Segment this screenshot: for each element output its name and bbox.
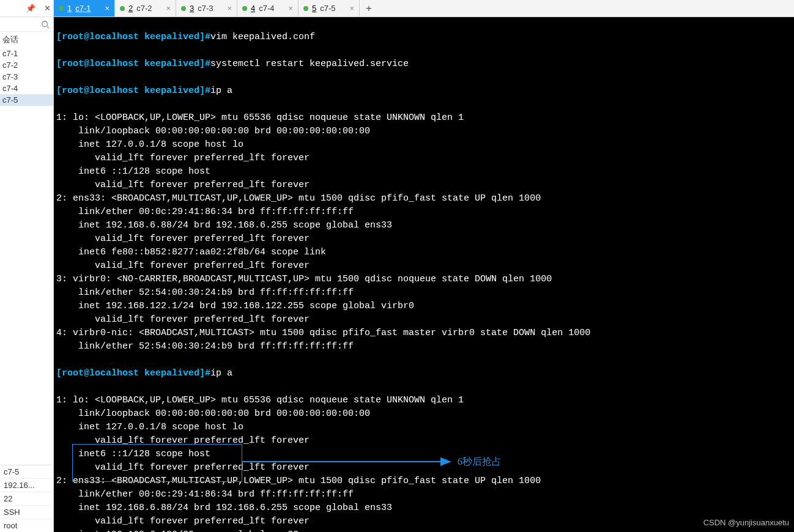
svg-point-0 — [42, 21, 48, 26]
sidebar-item-c7-2[interactable]: c7-2 — [0, 59, 53, 71]
tab-c7-5[interactable]: 5 c7-5 × — [299, 0, 360, 17]
watermark: CSDN @yunjisuanxuetu — [703, 516, 789, 530]
sidebar-controls: 📌 ✕ — [0, 0, 53, 17]
status-dot-icon — [303, 6, 308, 11]
tab-number: 2 — [128, 4, 133, 13]
search-icon — [41, 20, 50, 29]
cmd-restart: systemctl restart keepalived.service — [210, 59, 409, 69]
sidebar: 📌 ✕ 会话 c7-1 c7-2 c7-3 c7-4 c7-5 c7-5 192… — [0, 0, 54, 532]
info-port: 22 — [0, 492, 53, 505]
status-dot-icon — [181, 6, 186, 11]
annotation-text: 6秒后抢占 — [458, 455, 502, 468]
info-user: root — [0, 519, 53, 532]
tab-bar: 1 c7-1 × 2 c7-2 × 3 c7-3 × 4 c7-4 × — [54, 0, 794, 17]
sessions-header: 会话 — [0, 32, 53, 48]
tab-close-icon[interactable]: × — [349, 4, 354, 13]
tab-close-icon[interactable]: × — [288, 4, 293, 13]
main-area: 1 c7-1 × 2 c7-2 × 3 c7-3 × 4 c7-4 × — [54, 0, 794, 532]
tab-label: c7-1 — [75, 4, 91, 13]
annotation-arrow-icon — [242, 455, 456, 468]
info-host: c7-5 — [0, 465, 53, 478]
tab-number: 5 — [312, 4, 316, 13]
cmd-ipa2: ip a — [210, 368, 232, 379]
add-tab-button[interactable]: + — [360, 0, 378, 17]
status-dot-icon — [242, 6, 247, 11]
sidebar-info: c7-5 192.16... 22 SSH root — [0, 465, 53, 532]
tab-label: c7-4 — [259, 4, 274, 13]
cmd-vim: vim keepalived.conf — [210, 32, 315, 42]
tab-close-icon[interactable]: × — [227, 4, 232, 13]
prompt: [root@localhost keepalived]# — [56, 368, 210, 379]
sidebar-item-c7-4[interactable]: c7-4 — [0, 83, 53, 94]
tab-c7-3[interactable]: 3 c7-3 × — [176, 0, 237, 17]
tab-close-icon[interactable]: × — [166, 4, 171, 13]
sidebar-item-c7-5[interactable]: c7-5 — [0, 94, 53, 106]
tab-c7-2[interactable]: 2 c7-2 × — [115, 0, 176, 17]
prompt: [root@localhost keepalived]# — [56, 32, 210, 42]
annotation-box — [72, 444, 242, 482]
close-icon[interactable]: ✕ — [44, 4, 51, 13]
tab-close-icon[interactable]: × — [105, 4, 109, 13]
prompt: [root@localhost keepalived]# — [56, 59, 210, 69]
info-proto: SSH — [0, 505, 53, 519]
status-dot-icon — [59, 6, 64, 11]
prompt: [root@localhost keepalived]# — [56, 86, 210, 96]
sidebar-search[interactable] — [0, 17, 53, 32]
sidebar-item-c7-3[interactable]: c7-3 — [0, 71, 53, 83]
tab-c7-4[interactable]: 4 c7-4 × — [237, 0, 299, 17]
tab-label: c7-2 — [136, 4, 152, 13]
sidebar-item-c7-1[interactable]: c7-1 — [0, 48, 53, 59]
tab-label: c7-5 — [320, 4, 335, 13]
output-block-1: 1: lo: <LOOPBACK,UP,LOWER_UP> mtu 65536 … — [56, 111, 792, 353]
svg-line-1 — [47, 26, 50, 28]
tab-number: 1 — [67, 4, 72, 13]
tab-c7-1[interactable]: 1 c7-1 × — [54, 0, 115, 17]
tab-label: c7-3 — [198, 4, 213, 13]
tab-number: 4 — [251, 4, 255, 13]
pin-icon[interactable]: 📌 — [26, 4, 35, 13]
sessions-list: c7-1 c7-2 c7-3 c7-4 c7-5 — [0, 48, 53, 106]
info-ip: 192.16... — [0, 478, 53, 492]
terminal[interactable]: [root@localhost keepalived]#vim keepaliv… — [54, 17, 794, 532]
tab-number: 3 — [190, 4, 194, 13]
status-dot-icon — [120, 6, 125, 11]
cmd-ipa1: ip a — [210, 86, 232, 96]
